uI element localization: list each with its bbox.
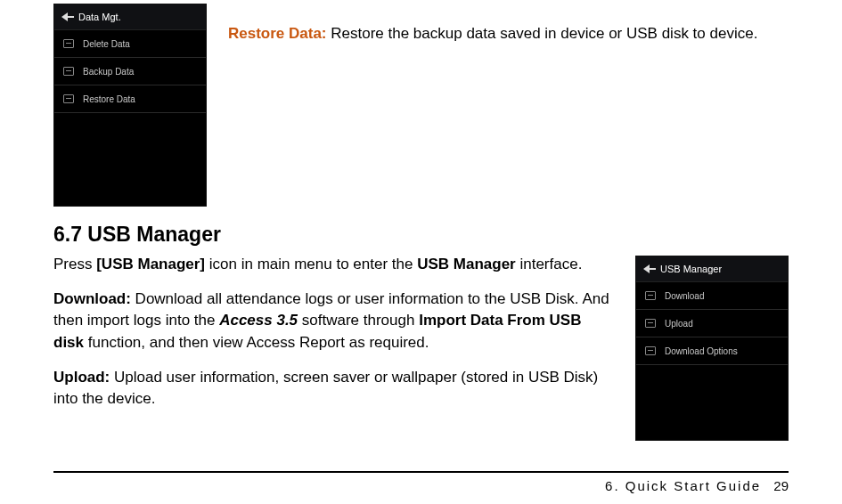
restore-label: Restore Data: (228, 25, 327, 42)
page-footer: 6. Quick Start Guide 29 (53, 471, 789, 493)
menu-item-icon (63, 94, 74, 103)
footer-page-number: 29 (773, 478, 789, 493)
back-arrow-icon (643, 264, 650, 273)
menu-item-icon (63, 67, 74, 76)
menu-item-label: Download (665, 291, 704, 301)
restore-text: Restore the backup data saved in device … (327, 25, 758, 42)
device-header: Data Mgt. (54, 4, 206, 30)
paragraph-intro: Press [USB Manager] icon in main menu to… (53, 254, 614, 276)
device-menu-item: Restore Data (54, 85, 206, 113)
footer-rule (53, 471, 789, 473)
paragraph-upload: Upload: Upload user information, screen … (53, 367, 614, 411)
device-menu-item: Backup Data (54, 58, 206, 85)
device-menu-item: Delete Data (54, 30, 206, 58)
paragraph-download: Download: Download all attendance logs o… (53, 289, 614, 354)
device-title: Data Mgt. (78, 12, 121, 22)
back-arrow-icon (61, 12, 68, 21)
device-title: USB Manager (660, 264, 722, 274)
menu-item-label: Backup Data (83, 67, 134, 77)
device-menu-item: Download (636, 282, 788, 310)
menu-item-icon (645, 346, 656, 355)
menu-item-label: Download Options (665, 346, 738, 356)
menu-item-icon (63, 39, 74, 48)
device-menu-item: Upload (636, 310, 788, 337)
menu-item-label: Upload (665, 319, 693, 329)
menu-item-icon (645, 291, 656, 300)
menu-item-label: Restore Data (83, 94, 135, 104)
menu-item-label: Delete Data (83, 39, 130, 49)
device-screenshot-usb-manager: USB Manager Download Upload Download Opt… (635, 256, 789, 441)
footer-chapter: 6. Quick Start Guide (605, 478, 761, 493)
restore-data-paragraph: Restore Data: Restore the backup data sa… (228, 23, 757, 45)
device-menu-item: Download Options (636, 337, 788, 365)
device-header: USB Manager (636, 256, 788, 282)
device-screenshot-data-mgt: Data Mgt. Delete Data Backup Data Restor… (53, 4, 207, 207)
menu-item-icon (645, 319, 656, 328)
section-heading: 6.7 USB Manager (53, 223, 789, 247)
